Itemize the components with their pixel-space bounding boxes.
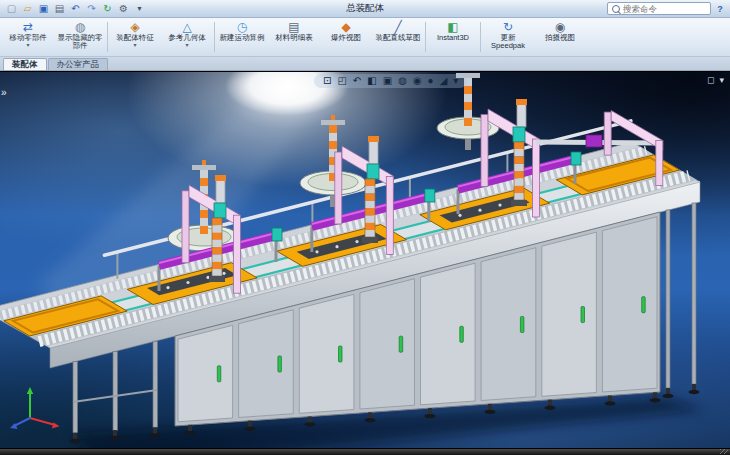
commandmanager-tabs: 装配体 办公室产品 [0, 57, 730, 71]
rebuild-icon[interactable]: ↻ [101, 2, 114, 16]
ribbon-button-update-speedpak[interactable]: ↻ 更新 Speedpak [482, 19, 534, 55]
display-style-icon[interactable]: ◍ [398, 75, 407, 87]
undo-icon[interactable]: ↶ [69, 2, 82, 16]
apply-scene-icon[interactable]: ◢ [440, 75, 448, 87]
save-icon[interactable]: ▣ [37, 2, 50, 16]
ribbon-button-reference-geometry[interactable]: △ 参考几何体 ▾ [161, 19, 213, 55]
previous-view-icon[interactable]: ↶ [353, 75, 361, 87]
ribbon-divider [480, 22, 481, 52]
viewport-corner-controls: ◻ ▾ [707, 75, 724, 85]
ribbon-button-take-snapshot[interactable]: ◉ 拍摄视图 [534, 19, 586, 55]
dropdown-caret-icon[interactable]: ▾ [133, 42, 136, 48]
featuremanager-flyout-arrow[interactable]: » [1, 88, 7, 98]
menu-dropdown-icon[interactable]: ▼ [133, 2, 146, 16]
command-ribbon: ⇄ 移动零部件 ▾ ◍ 显示隐藏的零部件 ◈ 装配体特征 ▾ △ 参考几何体 ▾… [0, 18, 730, 57]
cabinet-door-3 [299, 294, 354, 413]
search-input[interactable] [623, 4, 701, 14]
ribbon-button-instant3d[interactable]: ◧ Instant3D [427, 19, 479, 55]
graphics-viewport[interactable]: ⊡ ◰ ↶ ◧ ▣ ◍ ◉ ● ◢ ▾ ◻ ▾ » [0, 72, 730, 448]
tab-office-products[interactable]: 办公室产品 [48, 58, 109, 70]
restore-view-icon[interactable]: ◻ [707, 75, 714, 85]
ribbon-button-exploded-view[interactable]: ◆ 爆炸视图 [320, 19, 372, 55]
quick-access-toolbar: ▢ ▱ ▣ ▤ ↶ ↷ ↻ ⚙ ▼ [5, 2, 146, 16]
hide-show-items-icon[interactable]: ◉ [413, 75, 422, 87]
ribbon-divider [107, 22, 108, 52]
ribbon-divider [214, 22, 215, 52]
search-icon [612, 5, 620, 13]
cabinet-door-7 [542, 232, 597, 396]
tab-assembly[interactable]: 装配体 [3, 58, 47, 70]
cabinet-door-1 [178, 325, 233, 422]
ribbon-button-explode-line-sketch[interactable]: ╱ 装配直线草图 [372, 19, 424, 55]
section-view-icon[interactable]: ◧ [367, 75, 376, 87]
redo-icon[interactable]: ↷ [85, 2, 98, 16]
ribbon-button-show-hidden-components[interactable]: ◍ 显示隐藏的零部件 [54, 19, 106, 55]
ribbon-button-bill-of-materials[interactable]: ▤ 材料明细表 [268, 19, 320, 55]
zoom-fit-icon[interactable]: ⊡ [323, 75, 331, 87]
cabinet-door-4 [360, 279, 415, 409]
resize-grip[interactable] [720, 449, 728, 454]
command-search[interactable] [607, 2, 711, 15]
dropdown-caret-icon[interactable]: ▾ [185, 42, 188, 48]
edit-appearance-icon[interactable]: ● [428, 75, 434, 87]
heads-up-view-toolbar: ⊡ ◰ ↶ ◧ ▣ ◍ ◉ ● ◢ ▾ [314, 74, 467, 88]
options-icon[interactable]: ⚙ [117, 2, 130, 16]
zoom-area-icon[interactable]: ◰ [337, 75, 346, 87]
cabinet-door-8 [602, 217, 657, 392]
new-document-icon[interactable]: ▢ [5, 2, 18, 16]
status-bar [0, 448, 730, 455]
ribbon-button-new-motion-study[interactable]: ◷ 新建运动算例 [216, 19, 268, 55]
help-icon[interactable]: ? [715, 4, 725, 14]
cabinet-door-6 [481, 248, 536, 401]
cabinet-door-5 [421, 263, 476, 405]
ribbon-divider [425, 22, 426, 52]
view-orientation-icon[interactable]: ▣ [383, 75, 392, 87]
open-icon[interactable]: ▱ [21, 2, 34, 16]
solidworks-window: ▢ ▱ ▣ ▤ ↶ ↷ ↻ ⚙ ▼ 总装配体 ? ⇄ 移动零部件 ▾ ◍ 显示隐 [0, 0, 730, 455]
view-settings-icon[interactable]: ▾ [453, 75, 458, 87]
ribbon-button-assembly-features[interactable]: ◈ 装配体特征 ▾ [109, 19, 161, 55]
dropdown-caret-icon[interactable]: ▾ [26, 42, 29, 48]
ribbon-button-move-component[interactable]: ⇄ 移动零部件 ▾ [2, 19, 54, 55]
titlebar: ▢ ▱ ▣ ▤ ↶ ↷ ↻ ⚙ ▼ 总装配体 ? [0, 0, 730, 18]
viewport-3d-model[interactable] [0, 72, 730, 448]
print-icon[interactable]: ▤ [53, 2, 66, 16]
viewport-menu-icon[interactable]: ▾ [719, 75, 724, 85]
cabinet-door-2 [239, 310, 294, 418]
